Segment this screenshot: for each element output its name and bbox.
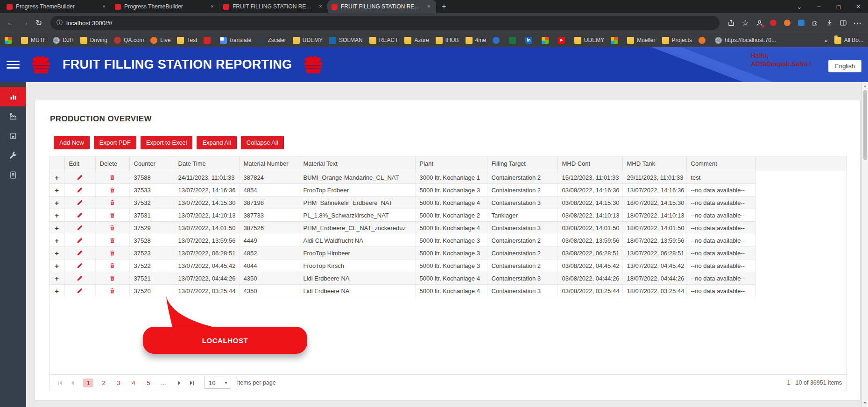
extensions-puzzle-icon[interactable] <box>808 16 822 30</box>
bookmark-item[interactable] <box>509 37 519 44</box>
delete-button[interactable] <box>100 212 125 218</box>
bookmark-item[interactable] <box>5 37 14 44</box>
settings-menu-icon[interactable]: ⋯ <box>850 16 864 30</box>
column-header[interactable]: Plant <box>415 156 487 171</box>
browser-tab[interactable]: FRUIT FILLING STATION REPORT ✕ <box>328 0 436 13</box>
column-header[interactable]: Edit <box>64 156 95 171</box>
expand-row-button[interactable]: + <box>54 275 60 282</box>
bookmark-item[interactable]: Driving <box>80 37 107 44</box>
delete-button[interactable] <box>100 275 125 281</box>
edit-button[interactable] <box>69 225 91 231</box>
edit-button[interactable] <box>69 212 91 218</box>
next-page-button[interactable] <box>173 377 184 388</box>
forward-button[interactable]: → <box>18 16 32 30</box>
bookmark-item[interactable] <box>525 37 535 44</box>
tab-close-icon[interactable]: ✕ <box>100 3 107 10</box>
page-number-button[interactable]: ... <box>159 379 168 386</box>
page-size-dropdown[interactable]: 10 ▼ <box>204 377 231 389</box>
column-header[interactable]: Counter <box>129 156 174 171</box>
delete-button[interactable] <box>100 199 125 206</box>
edit-button[interactable] <box>69 250 91 256</box>
share-icon[interactable] <box>724 16 738 30</box>
expand-row-button[interactable]: + <box>54 174 60 181</box>
expand-row-button[interactable]: + <box>54 225 60 232</box>
address-bar[interactable]: ⓘ localhost:3000/#/ <box>50 16 720 30</box>
bookmark-item[interactable]: IHUB <box>436 37 459 44</box>
page-number-button[interactable]: 4 <box>129 379 138 386</box>
delete-button[interactable] <box>100 174 125 181</box>
site-info-icon[interactable]: ⓘ <box>56 19 63 27</box>
edit-button[interactable] <box>69 262 91 269</box>
column-header[interactable]: MHD Cont <box>557 156 622 171</box>
extension-red-icon[interactable] <box>766 16 780 30</box>
bookmark-item[interactable]: DJH <box>53 37 73 44</box>
sidebar-item-dashboard[interactable] <box>0 87 26 106</box>
split-screen-icon[interactable] <box>836 16 850 30</box>
column-header[interactable]: Delete <box>95 156 129 171</box>
hamburger-menu-icon[interactable] <box>7 61 20 69</box>
bookmark-item[interactable]: Live <box>150 37 170 44</box>
tab-close-icon[interactable]: ✕ <box>317 3 324 10</box>
sidebar-item-reports[interactable] <box>0 165 26 185</box>
toolbar-button[interactable]: Export PDF <box>94 136 136 149</box>
browser-tab[interactable]: FRUIT FILLING STATION REPORT ✕ <box>219 0 328 13</box>
column-header[interactable]: MHD Tank <box>622 156 686 171</box>
column-header[interactable]: Material Number <box>239 156 299 171</box>
column-header[interactable]: Filling Target <box>487 156 557 171</box>
bookmark-item[interactable]: SOLMAN <box>329 37 363 44</box>
bookmark-item[interactable]: Zscaler <box>258 37 286 44</box>
bookmark-item[interactable] <box>493 37 502 44</box>
delete-button[interactable] <box>100 288 125 294</box>
bookmark-item[interactable]: MUTF <box>21 37 46 44</box>
minimize-button[interactable]: ─ <box>809 0 829 13</box>
bookmark-item[interactable]: 4me <box>466 37 486 44</box>
reload-button[interactable]: ↻ <box>32 16 46 30</box>
page-number-button[interactable]: 3 <box>114 379 123 386</box>
last-page-button[interactable] <box>186 377 197 388</box>
page-number-button[interactable]: 2 <box>99 379 108 386</box>
edit-button[interactable] <box>69 288 91 294</box>
extension-blue-icon[interactable] <box>794 16 808 30</box>
scrollbar-thumb[interactable] <box>863 90 867 160</box>
bookmark-item[interactable]: REACT <box>369 37 398 44</box>
expand-row-button[interactable]: + <box>54 288 60 295</box>
column-header[interactable]: Material Text <box>299 156 415 171</box>
maximize-button[interactable]: ▢ <box>829 0 848 13</box>
expand-row-button[interactable]: + <box>54 187 60 194</box>
sidebar-item-factory[interactable] <box>0 106 26 126</box>
bookmark-item[interactable] <box>204 37 213 44</box>
delete-button[interactable] <box>100 187 125 193</box>
new-tab-button[interactable]: + <box>438 1 450 12</box>
bookmark-item[interactable] <box>611 37 621 44</box>
column-header[interactable] <box>49 156 64 171</box>
expand-row-button[interactable]: + <box>54 212 60 219</box>
delete-button[interactable] <box>100 262 125 269</box>
page-scrollbar[interactable]: ▲ ▼ <box>861 82 868 407</box>
browser-tab[interactable]: Progress ThemeBuilder ✕ <box>3 0 111 13</box>
scroll-up-icon[interactable]: ▲ <box>863 82 867 90</box>
page-number-button[interactable]: 1 <box>83 379 93 387</box>
language-button[interactable]: English <box>828 60 861 72</box>
bookmark-item[interactable]: translate <box>220 37 251 44</box>
profile-badge-icon[interactable] <box>752 16 766 30</box>
extension-orange-icon[interactable] <box>780 16 794 30</box>
delete-button[interactable] <box>100 225 125 231</box>
expand-row-button[interactable]: + <box>54 262 60 269</box>
column-header[interactable]: Date Time <box>174 156 239 171</box>
sidebar-item-station[interactable] <box>0 126 26 146</box>
bookmark-item[interactable]: UDEMY <box>574 37 604 44</box>
bookmarks-overflow-chevron[interactable]: » <box>824 37 827 44</box>
bookmark-item[interactable]: QA.com <box>114 37 144 44</box>
bookmark-item[interactable]: Test <box>177 37 197 44</box>
downloads-icon[interactable] <box>822 16 836 30</box>
favorites-star-icon[interactable]: ☆ <box>738 16 752 30</box>
previous-page-button[interactable] <box>67 377 78 388</box>
tab-close-icon[interactable]: ✕ <box>209 3 216 10</box>
edit-button[interactable] <box>69 187 91 193</box>
tab-close-icon[interactable]: ✕ <box>425 3 432 10</box>
expand-row-button[interactable]: + <box>54 237 60 244</box>
bookmark-item[interactable]: https://localhost:70... <box>715 37 776 44</box>
first-page-button[interactable] <box>54 377 65 388</box>
toolbar-button[interactable]: Collapse All <box>241 136 284 149</box>
bookmark-item[interactable] <box>699 37 708 44</box>
